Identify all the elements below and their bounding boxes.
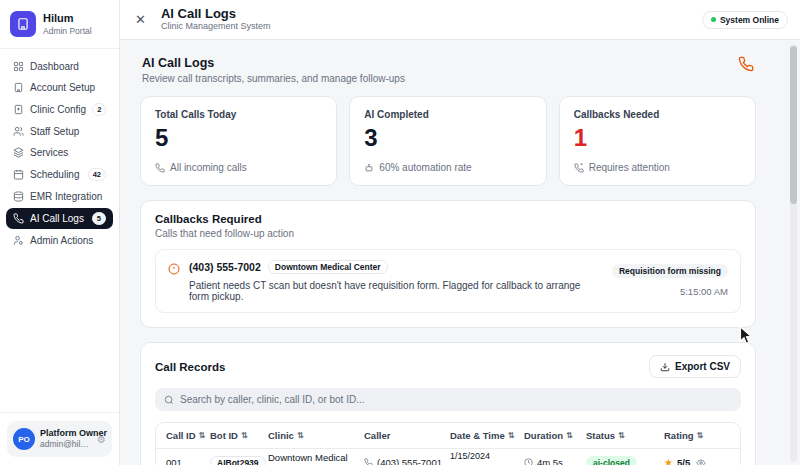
search-icon — [164, 395, 174, 405]
phone-callback-icon — [574, 163, 584, 173]
col-duration[interactable]: Duration⇅ — [524, 430, 586, 441]
sidebar-item-ai-call-logs[interactable]: AI Call Logs 5 — [6, 208, 113, 229]
callback-description: Patient needs CT scan but doesn't have r… — [189, 280, 603, 302]
brand: Hilum Admin Portal — [0, 0, 119, 49]
sidebar-item-scheduling[interactable]: Scheduling 42 — [6, 164, 113, 185]
clock-icon — [524, 458, 533, 465]
system-status-badge: System Online — [702, 11, 788, 29]
sidebar: Hilum Admin Portal Dashboard Account Set… — [0, 0, 120, 465]
callbacks-needed-value: 1 — [574, 124, 741, 152]
user-card[interactable]: PO Platform Owner admin@hilum.c... ⚙ — [7, 421, 112, 457]
callback-phone-number: (403) 555-7002 — [189, 261, 261, 273]
clinic-icon — [13, 104, 24, 115]
avatar: PO — [13, 428, 35, 450]
table-header-row: Call ID⇅ Bot ID⇅ Clinic⇅ Caller Date & T… — [156, 423, 740, 449]
app-window: Hilum Admin Portal Dashboard Account Set… — [0, 0, 800, 465]
bot-id-badge: AIBot2939 — [210, 456, 266, 465]
callback-reason-badge: Requisition form missing — [612, 264, 728, 278]
gear-icon[interactable]: ⚙ — [97, 434, 106, 445]
sidebar-item-dashboard[interactable]: Dashboard — [6, 57, 113, 76]
phone-icon — [13, 213, 24, 224]
content: AI Call Logs Review call transcripts, su… — [120, 40, 800, 465]
callback-clinic-badge: Downtown Medical Center — [268, 260, 388, 274]
close-icon[interactable]: ✕ — [130, 10, 151, 29]
table-row[interactable]: 001 AIBot2939 Downtown Medical Center (4… — [156, 449, 740, 465]
phone-icon — [364, 458, 373, 465]
database-icon — [13, 191, 24, 202]
topbar: ✕ AI Call Logs Clinic Management System … — [120, 0, 800, 40]
sidebar-nav: Dashboard Account Setup Clinic Config 2 … — [0, 49, 119, 412]
view-call-button[interactable] — [696, 458, 706, 465]
sidebar-item-staff-setup[interactable]: Staff Setup — [6, 122, 113, 141]
page-subtitle: Clinic Management System — [161, 21, 271, 33]
call-records-card: Call Records Export CSV Call ID⇅ Bot ID⇅… — [140, 342, 756, 465]
main-area: ✕ AI Call Logs Clinic Management System … — [120, 0, 800, 465]
sidebar-item-services[interactable]: Services — [6, 143, 113, 162]
phone-icon — [155, 163, 165, 173]
sort-icon: ⇅ — [241, 431, 248, 440]
online-dot-icon — [711, 17, 716, 22]
sort-icon: ⇅ — [566, 431, 573, 440]
export-csv-button[interactable]: Export CSV — [649, 355, 741, 378]
col-status[interactable]: Status⇅ — [586, 430, 664, 441]
col-bot-id[interactable]: Bot ID⇅ — [210, 430, 268, 441]
user-gear-icon — [13, 235, 24, 246]
sidebar-item-admin-actions[interactable]: Admin Actions — [6, 231, 113, 250]
stat-card-ai-completed: AI Completed 3 60% automation rate — [349, 96, 546, 186]
hilum-logo-icon — [10, 11, 36, 37]
users-icon — [13, 126, 24, 137]
sort-icon: ⇅ — [618, 431, 625, 440]
callbacks-subtitle: Calls that need follow-up action — [155, 228, 741, 239]
calendar-icon — [13, 169, 24, 180]
sort-icon: ⇅ — [199, 431, 206, 440]
col-caller: Caller — [364, 430, 450, 441]
search-input[interactable] — [180, 394, 732, 405]
status-badge: ai-closed — [586, 456, 637, 465]
sort-icon: ⇅ — [697, 431, 704, 440]
sidebar-item-account-setup[interactable]: Account Setup — [6, 78, 113, 97]
col-date-time[interactable]: Date & Time⇅ — [450, 430, 524, 441]
brand-subtitle: Admin Portal — [43, 26, 92, 36]
stat-card-callbacks-needed: Callbacks Needed 1 Requires attention — [559, 96, 756, 186]
section-header: AI Call Logs Review call transcripts, su… — [142, 56, 754, 84]
callback-item[interactable]: (403) 555-7002 Downtown Medical Center P… — [155, 249, 741, 313]
sidebar-item-clinic-config[interactable]: Clinic Config 2 — [6, 99, 113, 120]
call-records-title: Call Records — [155, 361, 225, 373]
ai-completed-value: 3 — [364, 124, 531, 152]
callbacks-title: Callbacks Required — [155, 213, 741, 225]
stat-card-total-calls: Total Calls Today 5 All incoming calls — [140, 96, 337, 186]
call-records-table: Call ID⇅ Bot ID⇅ Clinic⇅ Caller Date & T… — [155, 422, 741, 465]
sort-icon: ⇅ — [297, 431, 304, 440]
callback-time: 5:15:00 AM — [612, 286, 728, 297]
user-email: admin@hilum.c... — [40, 439, 92, 450]
col-rating[interactable]: Rating⇅ — [664, 430, 730, 441]
page-title: AI Call Logs — [161, 6, 271, 22]
col-clinic[interactable]: Clinic⇅ — [268, 430, 364, 441]
scheduling-badge: 42 — [88, 168, 106, 181]
eye-icon — [696, 458, 706, 465]
alert-circle-icon — [168, 261, 180, 302]
ai-call-logs-badge: 5 — [92, 212, 106, 225]
sidebar-item-emr-integration[interactable]: EMR Integration — [6, 187, 113, 206]
brand-name: Hilum — [43, 12, 92, 25]
scrollbar-thumb[interactable] — [790, 46, 797, 204]
layers-icon — [13, 147, 24, 158]
sort-icon: ⇅ — [508, 431, 515, 440]
section-title: AI Call Logs — [142, 56, 405, 70]
sidebar-footer: PO Platform Owner admin@hilum.c... ⚙ — [0, 412, 119, 465]
callbacks-required-card: Callbacks Required Calls that need follo… — [140, 200, 756, 328]
dashboard-icon — [13, 61, 24, 72]
vertical-scrollbar[interactable] — [790, 44, 797, 462]
user-name: Platform Owner — [40, 428, 92, 439]
clinic-config-badge: 2 — [92, 103, 106, 116]
bot-icon — [364, 163, 374, 173]
stats-row: Total Calls Today 5 All incoming calls A… — [140, 96, 756, 186]
building-icon — [13, 82, 24, 93]
phone-icon — [738, 56, 754, 76]
search-bar — [155, 388, 741, 411]
col-call-id[interactable]: Call ID⇅ — [166, 430, 210, 441]
total-calls-value: 5 — [155, 124, 322, 152]
download-icon — [660, 362, 670, 372]
star-icon: ★ — [664, 457, 673, 465]
section-subtitle: Review call transcripts, summaries, and … — [142, 73, 405, 84]
